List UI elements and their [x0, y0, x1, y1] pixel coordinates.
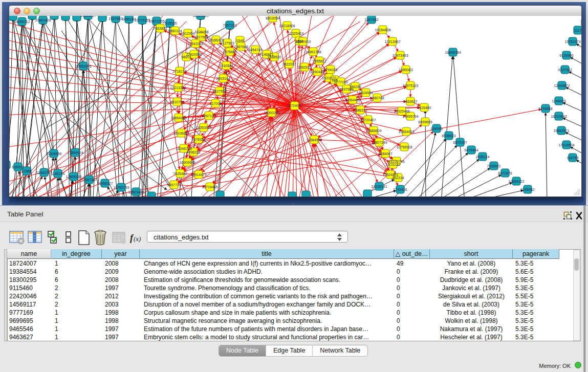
svg-text:14495794: 14495794 [402, 115, 418, 118]
svg-text:9227342: 9227342 [558, 68, 572, 72]
svg-text:15751074: 15751074 [564, 40, 580, 43]
svg-text:10653267: 10653267 [80, 16, 96, 17]
svg-text:16848784: 16848784 [445, 51, 461, 54]
svg-text:252214: 252214 [392, 176, 404, 180]
svg-text:9860124: 9860124 [168, 29, 182, 33]
svg-text:10654122: 10654122 [508, 180, 524, 183]
svg-text:16909948: 16909948 [179, 161, 195, 164]
svg-text:11568: 11568 [22, 169, 32, 173]
svg-text:19218906: 19218906 [279, 24, 295, 28]
svg-text:7955812: 7955812 [312, 59, 326, 63]
svg-text:16782759: 16782759 [113, 186, 129, 189]
svg-text:8938923: 8938923 [442, 134, 455, 138]
svg-text:20364436: 20364436 [344, 98, 360, 102]
svg-text:18640910: 18640910 [295, 40, 311, 43]
svg-text:2935114: 2935114 [476, 155, 490, 159]
svg-text:9474444: 9474444 [464, 148, 478, 152]
svg-text:18300295: 18300295 [264, 111, 279, 115]
svg-text:8912954: 8912954 [181, 32, 194, 35]
svg-text:4498222: 4498222 [186, 150, 200, 154]
svg-text:17359924: 17359924 [67, 151, 83, 155]
svg-text:8990443: 8990443 [310, 70, 324, 74]
svg-text:18807249: 18807249 [371, 141, 387, 144]
svg-text:7386372: 7386372 [353, 108, 367, 112]
svg-text:17975115: 17975115 [403, 84, 419, 87]
svg-text:8427552: 8427552 [212, 90, 226, 93]
svg-text:12505135: 12505135 [66, 175, 81, 179]
svg-text:746266: 746266 [349, 85, 361, 89]
svg-text:3822037: 3822037 [282, 62, 296, 66]
svg-text:9129966: 9129966 [559, 54, 573, 57]
svg-text:13716485: 13716485 [202, 185, 217, 189]
svg-text:6879197: 6879197 [453, 141, 467, 144]
svg-text:19654983: 19654983 [170, 116, 186, 120]
svg-text:10719155: 10719155 [134, 18, 150, 22]
svg-text:1244415: 1244415 [552, 99, 565, 103]
svg-text:16154838: 16154838 [375, 28, 390, 32]
svg-text:16914479: 16914479 [190, 173, 206, 177]
svg-text:1588520: 1588520 [267, 55, 281, 59]
svg-text:(x): (x) [134, 235, 141, 243]
svg-text:12213383: 12213383 [170, 86, 186, 90]
svg-text:10688609: 10688609 [365, 129, 381, 133]
svg-text:7485063: 7485063 [399, 68, 412, 72]
svg-text:9684067: 9684067 [378, 152, 392, 156]
svg-text:7663822: 7663822 [153, 27, 167, 30]
svg-text:3226058: 3226058 [194, 30, 208, 34]
svg-text:16046718: 16046718 [176, 147, 191, 150]
svg-text:3824554: 3824554 [359, 91, 373, 95]
svg-text:10756928: 10756928 [396, 145, 412, 149]
svg-text:116753: 116753 [567, 156, 579, 160]
svg-text:1145194: 1145194 [51, 172, 65, 176]
svg-text:2387682: 2387682 [364, 18, 378, 21]
svg-text:15720407: 15720407 [360, 118, 376, 122]
svg-text:14055712: 14055712 [14, 20, 30, 24]
svg-text:6794028: 6794028 [323, 68, 337, 72]
svg-text:7857224: 7857224 [223, 24, 236, 27]
svg-text:2367608: 2367608 [234, 45, 248, 49]
svg-text:8813054: 8813054 [266, 16, 279, 20]
svg-text:1875685: 1875685 [223, 50, 236, 54]
svg-text:1080748: 1080748 [370, 96, 384, 100]
svg-text:1615132: 1615132 [386, 163, 400, 166]
svg-text:15692971: 15692971 [553, 129, 569, 133]
svg-text:9827503: 9827503 [194, 35, 208, 39]
svg-text:7625402: 7625402 [173, 172, 187, 176]
svg-text:1546: 1546 [236, 39, 244, 42]
svg-text:19353594: 19353594 [195, 126, 211, 129]
svg-text:20691406: 20691406 [35, 18, 51, 22]
svg-text:2803144: 2803144 [216, 77, 230, 80]
svg-text:1215958: 1215958 [538, 107, 552, 111]
svg-text:9777169: 9777169 [334, 80, 347, 84]
svg-text:12093872: 12093872 [554, 84, 570, 87]
svg-text:19654923: 19654923 [398, 130, 414, 134]
svg-text:14136141: 14136141 [371, 185, 387, 188]
svg-text:8454749: 8454749 [248, 48, 262, 52]
svg-text:17016504: 17016504 [558, 143, 574, 147]
svg-text:6899695: 6899695 [418, 120, 432, 124]
svg-text:9457771: 9457771 [167, 183, 181, 187]
svg-text:10958107: 10958107 [97, 182, 113, 185]
svg-text:9242845: 9242845 [219, 64, 233, 68]
svg-text:18724007: 18724007 [287, 104, 302, 107]
svg-text:3267130: 3267130 [202, 114, 215, 118]
svg-text:19384554: 19384554 [306, 138, 322, 142]
svg-text:7515526: 7515526 [163, 21, 177, 25]
svg-text:19106857: 19106857 [173, 132, 189, 135]
svg-text:16961758: 16961758 [305, 50, 321, 54]
svg-text:9463627: 9463627 [403, 100, 417, 103]
svg-text:835001: 835001 [12, 165, 24, 169]
svg-text:10973493: 10973493 [392, 54, 408, 57]
svg-text:12342757: 12342757 [36, 171, 52, 174]
svg-text:9115460: 9115460 [418, 106, 431, 110]
svg-text:17957287: 17957287 [81, 178, 97, 182]
svg-text:9245052: 9245052 [520, 188, 534, 191]
svg-text:5878354: 5878354 [191, 138, 205, 141]
svg-text:217006: 217006 [209, 102, 221, 105]
svg-text:20053346: 20053346 [75, 64, 91, 68]
svg-text:10671355: 10671355 [148, 19, 164, 23]
svg-text:16210643: 16210643 [551, 115, 567, 118]
svg-text:1117: 1117 [574, 29, 581, 32]
svg-text:12923448: 12923448 [128, 190, 144, 194]
svg-text:1810755: 1810755 [170, 100, 184, 104]
